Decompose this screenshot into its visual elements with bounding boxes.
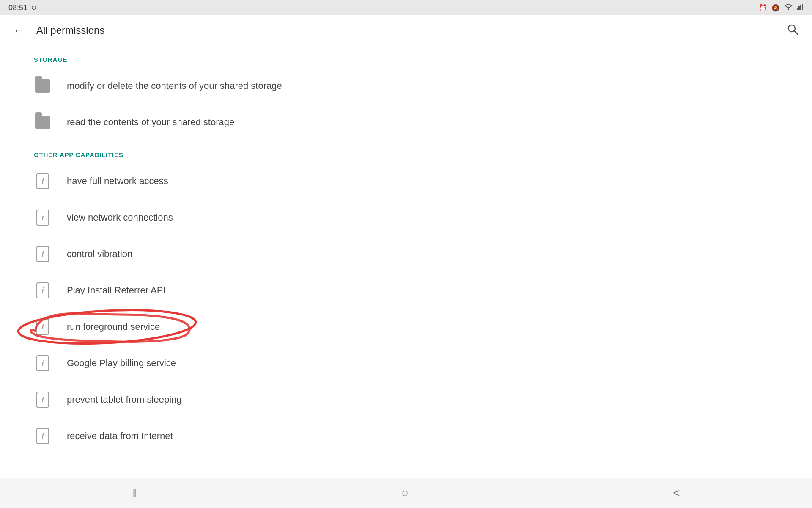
signal-icon (797, 3, 804, 12)
permission-control-vibration-label: control vibration (67, 248, 132, 260)
bottom-navigation: ⦀ ○ < (0, 478, 812, 508)
status-bar-right: ⏰ 🔕 (759, 3, 804, 12)
home-button[interactable]: ○ (384, 481, 425, 505)
svg-point-0 (788, 9, 789, 10)
nav-back-button[interactable]: < (656, 481, 697, 505)
section-storage-title: STORAGE (34, 56, 68, 63)
info-icon (34, 209, 52, 226)
permission-receive-data-label: receive data from Internet (67, 431, 173, 442)
permission-run-foreground-label: run foreground service (67, 321, 160, 332)
svg-rect-3 (800, 5, 801, 10)
list-item: Google Play billing service (0, 345, 812, 381)
app-bar-left: ← All permissions (10, 22, 104, 39)
permission-google-billing-label: Google Play billing service (67, 358, 176, 369)
info-icon (34, 172, 52, 190)
section-other-header: OTHER APP CAPABILITIES (0, 141, 812, 163)
status-bar-left: 08:51 ↻ (8, 3, 36, 12)
app-bar: ← All permissions (0, 15, 812, 46)
list-item: modify or delete the contents of your sh… (0, 68, 812, 104)
info-icon (34, 354, 52, 372)
sync-icon: ↻ (31, 4, 36, 12)
permission-play-install-label: Play Install Referrer API (67, 285, 166, 296)
svg-rect-2 (798, 6, 800, 10)
wifi-icon (784, 3, 793, 12)
list-item: run foreground service (0, 309, 812, 345)
svg-line-6 (794, 31, 798, 34)
list-item: read the contents of your shared storage (0, 104, 812, 141)
permission-view-network-label: view network connections (67, 212, 173, 223)
list-item: control vibration (0, 236, 812, 272)
mute-icon: 🔕 (771, 4, 780, 12)
permission-full-network-label: have full network access (67, 176, 168, 187)
list-item: Play Install Referrer API (0, 272, 812, 309)
recent-apps-button[interactable]: ⦀ (115, 481, 154, 505)
list-item: receive data from Internet (0, 418, 812, 454)
list-item: have full network access (0, 163, 812, 199)
svg-rect-4 (802, 4, 803, 10)
section-storage-header: STORAGE (0, 46, 812, 68)
info-icon (34, 427, 52, 445)
back-button[interactable]: ← (10, 22, 28, 39)
permission-prevent-sleep-label: prevent tablet from sleeping (67, 394, 182, 405)
content-area: STORAGE modify or delete the contents of… (0, 46, 812, 508)
list-item: view network connections (0, 199, 812, 236)
info-icon (34, 391, 52, 409)
permission-read-storage-label: read the contents of your shared storage (67, 117, 234, 128)
list-item: prevent tablet from sleeping (0, 381, 812, 418)
section-other-title: OTHER APP CAPABILITIES (34, 151, 123, 158)
status-bar: 08:51 ↻ ⏰ 🔕 (0, 0, 812, 15)
page-title: All permissions (36, 25, 104, 36)
search-icon (787, 23, 798, 35)
alarm-icon: ⏰ (759, 4, 767, 12)
folder-icon (34, 113, 52, 131)
svg-rect-1 (797, 8, 798, 10)
info-icon (34, 318, 52, 336)
info-icon (34, 245, 52, 263)
search-button[interactable] (783, 20, 802, 41)
folder-icon (34, 77, 52, 95)
info-icon (34, 282, 52, 299)
status-time: 08:51 (8, 3, 27, 12)
permission-modify-storage-label: modify or delete the contents of your sh… (67, 80, 282, 91)
